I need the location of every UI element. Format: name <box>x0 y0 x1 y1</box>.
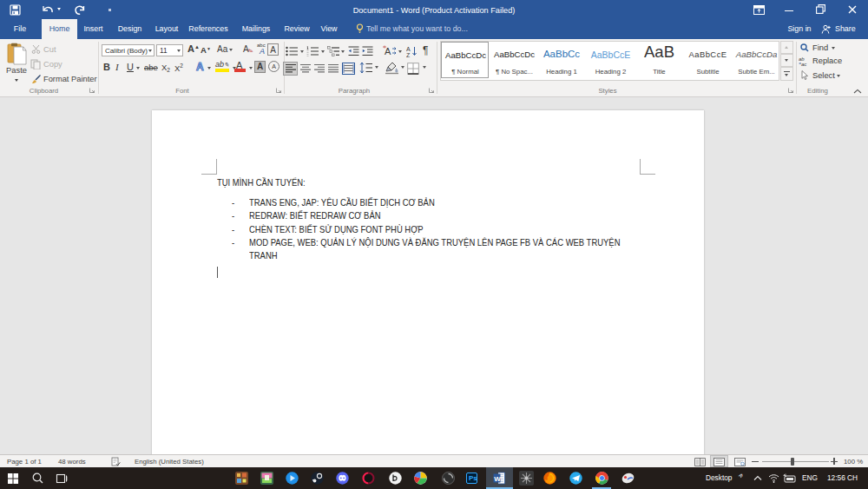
svg-text:A: A <box>385 46 391 56</box>
svg-text:A: A <box>406 46 411 52</box>
svg-text:Z: Z <box>406 52 411 58</box>
svg-text:W: W <box>494 475 501 483</box>
svg-text:ac: ac <box>801 62 806 67</box>
